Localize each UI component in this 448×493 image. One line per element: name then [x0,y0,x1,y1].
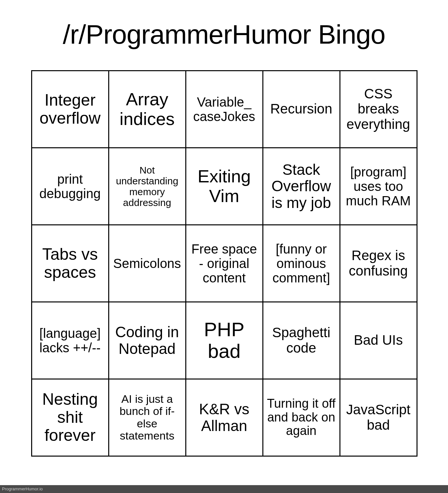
bingo-cell-3-0: [language] lacks ++/-- [31,301,109,380]
cell-text: CSS breaks everything [343,86,414,132]
bingo-card: /r/ProgrammerHumor Bingo Integer overflo… [0,0,448,493]
cell-text: K&R vs Allman [189,401,260,434]
cell-text: JavaScript bad [343,402,414,432]
bingo-cell-4-2: K&R vs Allman [185,379,263,457]
bingo-cell-1-3: Stack Overflow is my job [262,147,340,225]
bingo-cell-2-0: Tabs vs spaces [31,224,109,302]
cell-text: Turning it off and back on again [266,397,337,438]
cell-text: Exiting Vim [189,167,260,206]
bingo-cell-1-2: Exiting Vim [185,147,263,225]
bingo-cell-0-3: Recursion [262,70,340,148]
cell-text: Nesting shit forever [35,390,106,444]
bingo-cell-1-4: [program] uses too much RAM [339,147,417,225]
bingo-cell-0-1: Array indices [108,70,186,148]
bingo-cell-3-4: Bad UIs [339,301,417,380]
bingo-cell-4-3: Turning it off and back on again [262,379,340,457]
cell-text: Recursion [270,101,332,116]
cell-text: print debugging [35,172,106,201]
cell-text: AI is just a bunch of if-else statements [112,393,183,442]
bingo-grid: Integer overflow Array indices Variable_… [31,71,417,456]
bingo-cell-0-0: Integer overflow [31,70,109,148]
cell-text: Coding in Notepad [112,324,183,357]
cell-text: Tabs vs spaces [35,245,106,281]
cell-text: Stack Overflow is my job [266,161,337,211]
cell-text: Integer overflow [35,91,106,127]
bingo-cell-4-1: AI is just a bunch of if-else statements [108,379,186,457]
bingo-cell-2-3: [funny or ominous comment] [262,224,340,302]
bingo-cell-2-1: Semicolons [108,224,186,302]
bingo-cell-3-1: Coding in Notepad [108,301,186,380]
bingo-cell-2-2: Free space - original content [185,224,263,302]
bingo-cell-4-0: Nesting shit forever [31,379,109,457]
cell-text: Regex is confusing [343,248,414,278]
cell-text: [program] uses too much RAM [343,165,414,208]
bingo-cell-2-4: Regex is confusing [339,224,417,302]
watermark-bar: ProgrammerHumor.io [0,485,448,493]
watermark-text: ProgrammerHumor.io [0,486,43,491]
cell-text: PHP bad [189,319,260,362]
cell-text: [language] lacks ++/-- [35,326,106,355]
cell-text: [funny or ominous comment] [266,242,337,285]
bingo-cell-1-1: Not understanding memory addressing [108,147,186,225]
bingo-cell-0-4: CSS breaks everything [339,70,417,148]
cell-text: Free space - original content [189,242,260,285]
cell-text: Semicolons [113,256,181,271]
bingo-cell-0-2: Variable_ caseJokes [185,70,263,148]
bingo-cell-1-0: print debugging [31,147,109,225]
cell-text: Array indices [112,90,183,129]
cell-text: Variable_ caseJokes [189,95,260,124]
bingo-cell-3-2: PHP bad [185,301,263,380]
bingo-cell-4-4: JavaScript bad [339,379,417,457]
page-title: /r/ProgrammerHumor Bingo [0,0,448,50]
cell-text: Bad UIs [354,333,403,348]
cell-text: Not understanding memory addressing [112,165,183,208]
bingo-cell-3-3: Spaghetti code [262,301,340,380]
cell-text: Spaghetti code [266,325,337,355]
